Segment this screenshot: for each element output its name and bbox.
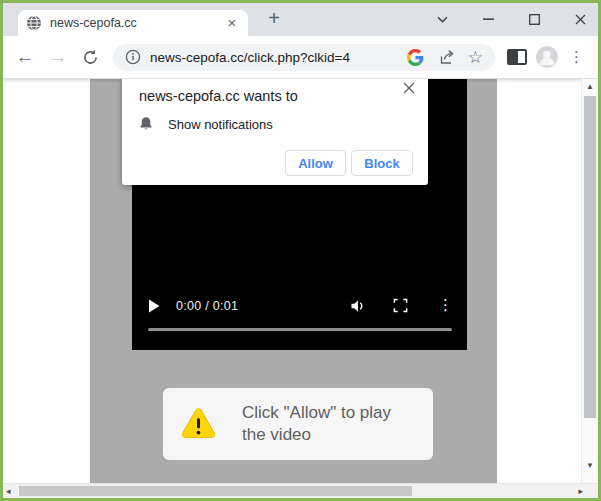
horizontal-scrollbar[interactable]: ◂ ▸	[3, 483, 598, 498]
scroll-right-icon[interactable]: ▸	[578, 486, 583, 496]
back-icon[interactable]: ←	[12, 44, 38, 70]
tab-title: news-cepofa.cc	[50, 16, 224, 30]
video-progress-bar[interactable]	[148, 328, 452, 331]
globe-favicon-icon	[26, 15, 42, 31]
video-time-display: 0:00 / 0:01	[176, 299, 238, 313]
reload-icon[interactable]	[77, 44, 103, 70]
chevron-down-icon[interactable]	[434, 11, 450, 27]
vertical-scroll-thumb[interactable]	[584, 96, 596, 418]
fullscreen-icon[interactable]	[393, 298, 408, 313]
video-menu-icon[interactable]: ⋮	[438, 296, 453, 314]
forward-icon[interactable]: →	[45, 44, 71, 70]
volume-icon[interactable]	[350, 298, 366, 314]
share-icon[interactable]	[438, 49, 456, 65]
dialog-close-icon[interactable]	[403, 82, 415, 94]
notification-permission-dialog: news-cepofa.cc wants to Show notificatio…	[122, 79, 428, 185]
warning-triangle-icon	[179, 407, 218, 442]
tab-strip: news-cepofa.cc × +	[3, 3, 598, 36]
block-button[interactable]: Block	[351, 150, 413, 176]
vertical-scrollbar[interactable]: ▲ ▼	[581, 79, 598, 483]
scroll-left-icon[interactable]: ◂	[6, 486, 11, 496]
allow-message-text: Click "Allow" to play the video	[242, 402, 412, 446]
allow-button[interactable]: Allow	[285, 150, 346, 176]
new-tab-button[interactable]: +	[262, 7, 286, 31]
maximize-icon[interactable]	[526, 11, 542, 27]
scroll-down-icon[interactable]: ▼	[582, 461, 598, 470]
window-controls	[434, 6, 588, 32]
permission-label: Show notifications	[168, 117, 273, 132]
page-viewport: 0:00 / 0:01 ⋮ Click "Allow" to play the …	[3, 79, 598, 483]
tab-close-icon[interactable]: ×	[224, 15, 240, 31]
tab-news-cepofa[interactable]: news-cepofa.cc ×	[18, 10, 248, 36]
minimize-icon[interactable]	[480, 11, 496, 27]
dialog-title: news-cepofa.cc wants to	[139, 88, 298, 104]
browser-menu-icon[interactable]: ⋮	[569, 48, 583, 66]
browser-window: news-cepofa.cc × + ← →	[0, 0, 601, 501]
allow-message-box: Click "Allow" to play the video	[163, 388, 433, 460]
address-bar[interactable]: news-cepofa.cc/click.php?clkid=4 ☆	[113, 44, 495, 71]
bell-icon	[138, 116, 154, 132]
info-icon[interactable]	[125, 49, 141, 65]
close-icon[interactable]	[572, 11, 588, 27]
profile-avatar[interactable]	[536, 46, 558, 68]
scroll-up-icon[interactable]: ▲	[582, 82, 598, 91]
side-panel-icon[interactable]	[507, 49, 527, 65]
horizontal-scroll-thumb[interactable]	[19, 486, 412, 496]
google-logo-icon	[407, 49, 424, 66]
play-icon[interactable]	[148, 299, 160, 313]
url-text[interactable]: news-cepofa.cc/click.php?clkid=4	[150, 50, 407, 65]
bookmark-star-icon[interactable]: ☆	[468, 49, 483, 66]
toolbar: ← → news-cepofa.cc/click.php?clkid=4 ☆ ⋮	[3, 36, 598, 79]
